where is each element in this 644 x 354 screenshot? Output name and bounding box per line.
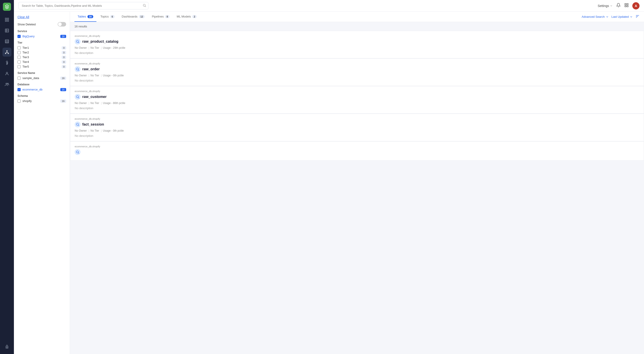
- tier1-badge: 0: [62, 46, 66, 49]
- show-deleted-label: Show Deleted: [18, 23, 36, 26]
- main-content: Settings A Clear All Show Deleted Servic…: [14, 0, 644, 354]
- grid-icon[interactable]: [624, 3, 629, 9]
- svg-rect-2: [6, 20, 7, 22]
- topbar-right: Settings A: [598, 2, 640, 10]
- table-icon-2: [75, 66, 80, 72]
- tier5-label[interactable]: Tier5: [22, 65, 29, 68]
- svg-rect-3: [8, 20, 9, 22]
- sort-icon[interactable]: [636, 14, 640, 19]
- notification-icon[interactable]: [616, 3, 621, 9]
- result-db-5: ecommerce_db.shopify: [75, 145, 639, 148]
- bigquery-checkbox[interactable]: [18, 35, 21, 38]
- topbar: Settings A: [14, 0, 644, 12]
- advanced-search-button[interactable]: Advanced Search: [582, 15, 609, 19]
- tabs-right: Advanced Search Last Updated: [582, 14, 640, 19]
- tab-topics[interactable]: Topics 6: [97, 12, 118, 22]
- tier5-badge: 0: [62, 65, 66, 68]
- tier1-checkbox[interactable]: [18, 46, 21, 49]
- svg-point-19: [6, 72, 8, 74]
- result-card-fact-session[interactable]: ecommerce_db.shopify fact_session No Own…: [70, 114, 644, 141]
- tier3-label[interactable]: Tier3: [22, 56, 29, 59]
- svg-point-34: [76, 68, 78, 70]
- tab-ml-models[interactable]: ML Models 2: [174, 12, 200, 22]
- shopify-schema-badge: 16: [60, 99, 66, 103]
- search-container: [18, 2, 148, 10]
- avatar[interactable]: A: [632, 2, 640, 10]
- result-db-3: ecommerce_db.shopify: [75, 90, 639, 93]
- sidebar-item-chart[interactable]: [2, 37, 12, 46]
- result-card-raw-order[interactable]: ecommerce_db.shopify raw_order No Owner|…: [70, 58, 644, 86]
- sample-data-option: sample_data 16: [18, 76, 66, 80]
- sidebar-item-network[interactable]: [2, 48, 12, 57]
- ecommerce-db-label[interactable]: ecommerce_db: [22, 88, 42, 91]
- svg-line-24: [145, 6, 146, 7]
- results-panel: Tables 16 Topics 6 Dashboards 12 Pipelin…: [70, 12, 644, 354]
- sidebar-item-integrations[interactable]: [2, 58, 12, 67]
- result-title-3: raw_customer: [82, 95, 107, 99]
- result-meta-3: No Owner| No Tier| Usage - 86th pctile: [75, 102, 639, 105]
- result-desc-2: No description: [75, 79, 639, 82]
- show-deleted-toggle[interactable]: [58, 22, 66, 27]
- topics-count-badge: 6: [110, 15, 114, 18]
- ecommerce-db-option: ecommerce_db 16: [18, 88, 66, 91]
- result-title-row-5: [75, 149, 639, 155]
- sidebar: [0, 0, 14, 354]
- svg-point-14: [8, 53, 8, 54]
- result-meta-4: No Owner| No Tier| Usage - 0th pctile: [75, 129, 639, 132]
- svg-line-39: [78, 125, 79, 126]
- result-title-1: raw_product_catalog: [82, 40, 118, 44]
- last-updated-button[interactable]: Last Updated: [612, 15, 633, 19]
- svg-rect-25: [625, 4, 626, 5]
- tier3-checkbox[interactable]: [18, 56, 21, 59]
- filter-panel: Clear All Show Deleted Service BigQuery …: [14, 12, 70, 354]
- table-icon-1: [75, 39, 80, 45]
- shopify-schema-label[interactable]: shopify: [22, 99, 32, 103]
- tabs-bar: Tables 16 Topics 6 Dashboards 12 Pipelin…: [70, 12, 644, 22]
- sidebar-item-groups[interactable]: [2, 80, 12, 89]
- tier2-label[interactable]: Tier2: [22, 51, 29, 54]
- tier5-checkbox[interactable]: [18, 65, 21, 68]
- shopify-schema-checkbox[interactable]: [18, 99, 21, 103]
- results-count: 16 results: [70, 22, 644, 31]
- result-card-raw-product-catalog[interactable]: ecommerce_db.shopify raw_product_catalog…: [70, 31, 644, 58]
- tier1-option: Tier1 0: [18, 46, 66, 49]
- svg-point-38: [76, 123, 78, 125]
- tier2-checkbox[interactable]: [18, 51, 21, 54]
- result-title-2: raw_order: [82, 67, 100, 71]
- clear-all-button[interactable]: Clear All: [18, 15, 29, 19]
- result-card-raw-product[interactable]: ecommerce_db.shopify: [70, 141, 644, 161]
- service-name-section-title: Service Name: [18, 71, 66, 75]
- sidebar-item-user[interactable]: [2, 69, 12, 78]
- sample-data-checkbox[interactable]: [18, 77, 21, 80]
- tier4-label[interactable]: Tier4: [22, 60, 29, 64]
- tier5-option: Tier5 0: [18, 65, 66, 68]
- tier3-badge: 0: [62, 56, 66, 59]
- cards-container: ecommerce_db.shopify raw_product_catalog…: [70, 31, 644, 165]
- sidebar-item-rocket[interactable]: [2, 342, 12, 351]
- logo[interactable]: [3, 3, 11, 11]
- schema-section-title: Schema: [18, 94, 66, 97]
- result-card-raw-customer[interactable]: ecommerce_db.shopify raw_customer No Own…: [70, 86, 644, 114]
- tier4-checkbox[interactable]: [18, 60, 21, 64]
- tier1-label[interactable]: Tier1: [22, 46, 29, 49]
- tier2-badge: 0: [62, 51, 66, 54]
- svg-rect-1: [8, 18, 9, 20]
- search-icon[interactable]: [142, 4, 146, 8]
- svg-rect-4: [6, 29, 9, 32]
- svg-rect-26: [627, 4, 628, 5]
- result-desc-4: No description: [75, 134, 639, 137]
- tab-dashboards[interactable]: Dashboards 12: [118, 12, 148, 22]
- settings-button[interactable]: Settings: [598, 4, 612, 8]
- sidebar-item-table[interactable]: [2, 26, 12, 35]
- search-input[interactable]: [18, 2, 148, 10]
- tab-tables[interactable]: Tables 16: [74, 12, 96, 22]
- table-icon-4: [75, 121, 80, 127]
- tab-pipelines[interactable]: Pipelines 8: [149, 12, 173, 22]
- ecommerce-db-checkbox[interactable]: [18, 88, 21, 91]
- bigquery-label[interactable]: BigQuery: [22, 35, 34, 38]
- sidebar-item-home[interactable]: [2, 15, 12, 24]
- svg-point-22: [6, 346, 7, 347]
- service-section-title: Service: [18, 30, 66, 33]
- svg-point-13: [6, 53, 6, 54]
- sample-data-label[interactable]: sample_data: [22, 76, 39, 80]
